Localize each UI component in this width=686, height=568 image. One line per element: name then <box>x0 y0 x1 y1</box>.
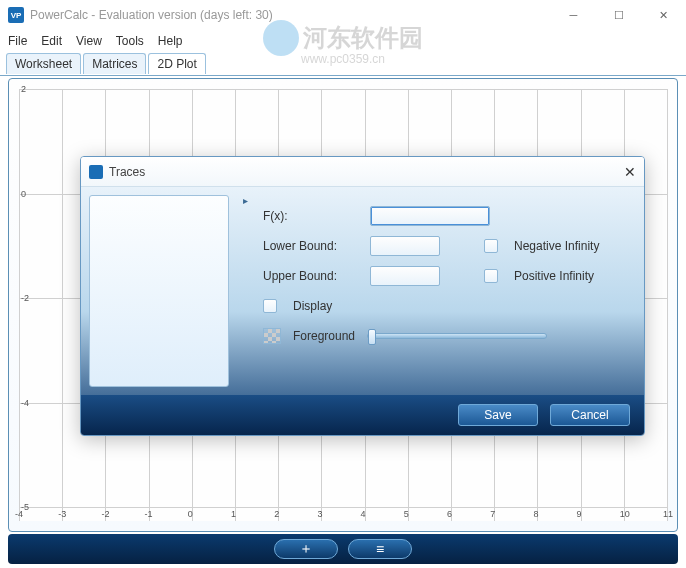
negative-infinity-checkbox[interactable] <box>484 239 498 253</box>
save-button[interactable]: Save <box>458 404 538 426</box>
dialog-form: F(x): Lower Bound: Negative Infinity Upp… <box>253 187 644 395</box>
y-tick-label: -5 <box>21 502 29 512</box>
fx-input[interactable] <box>370 206 490 226</box>
dialog-footer: Save Cancel <box>81 395 644 435</box>
menu-file[interactable]: File <box>8 34 27 48</box>
fx-label: F(x): <box>263 209 358 223</box>
cancel-button[interactable]: Cancel <box>550 404 630 426</box>
tab-2d-plot[interactable]: 2D Plot <box>148 53 205 74</box>
tab-worksheet[interactable]: Worksheet <box>6 53 81 74</box>
dialog-titlebar[interactable]: Traces ✕ <box>81 157 644 187</box>
foreground-color-swatch[interactable] <box>263 328 281 344</box>
slider-thumb[interactable] <box>368 329 376 345</box>
menu-view[interactable]: View <box>76 34 102 48</box>
display-checkbox[interactable] <box>263 299 277 313</box>
positive-infinity-checkbox[interactable] <box>484 269 498 283</box>
x-tick-label: -1 <box>145 509 153 519</box>
x-tick-label: 10 <box>620 509 630 519</box>
upper-bound-input[interactable] <box>370 266 440 286</box>
x-tick-label: 7 <box>490 509 495 519</box>
bottom-toolbar: ＋ ≡ <box>8 534 678 564</box>
menu-help[interactable]: Help <box>158 34 183 48</box>
x-tick-label: -2 <box>101 509 109 519</box>
collapse-toggle[interactable]: ▸ <box>237 187 253 395</box>
window-title: PowerCalc - Evaluation version (days lef… <box>30 8 273 22</box>
menu-tools[interactable]: Tools <box>116 34 144 48</box>
x-tick-label: 0 <box>188 509 193 519</box>
dialog-title-text: Traces <box>109 165 145 179</box>
plus-icon: ＋ <box>299 540 313 558</box>
foreground-label: Foreground <box>293 329 355 343</box>
x-tick-label: 9 <box>577 509 582 519</box>
y-tick-label: -2 <box>21 293 29 303</box>
lower-bound-label: Lower Bound: <box>263 239 358 253</box>
display-label: Display <box>293 299 332 313</box>
close-button[interactable]: ✕ <box>641 0 686 30</box>
upper-bound-label: Upper Bound: <box>263 269 358 283</box>
window-titlebar: VP PowerCalc - Evaluation version (days … <box>0 0 686 30</box>
x-tick-label: 6 <box>447 509 452 519</box>
app-icon: VP <box>8 7 24 23</box>
foreground-slider[interactable] <box>367 333 547 339</box>
dialog-body: ▸ F(x): Lower Bound: Negative Infinity U… <box>81 187 644 395</box>
x-tick-label: 1 <box>231 509 236 519</box>
y-tick-label: 0 <box>21 189 26 199</box>
x-tick-label: 2 <box>274 509 279 519</box>
add-button[interactable]: ＋ <box>274 539 338 559</box>
x-tick-label: 8 <box>533 509 538 519</box>
dialog-app-icon <box>89 165 103 179</box>
menu-edit[interactable]: Edit <box>41 34 62 48</box>
negative-infinity-label: Negative Infinity <box>514 239 599 253</box>
x-tick-label: -3 <box>58 509 66 519</box>
maximize-button[interactable]: ☐ <box>596 0 641 30</box>
traces-listbox[interactable] <box>89 195 229 387</box>
x-tick-label: 11 <box>663 509 673 519</box>
list-button[interactable]: ≡ <box>348 539 412 559</box>
minimize-button[interactable]: ─ <box>551 0 596 30</box>
x-tick-label: 4 <box>361 509 366 519</box>
menubar: File Edit View Tools Help <box>0 30 686 52</box>
positive-infinity-label: Positive Infinity <box>514 269 594 283</box>
lower-bound-input[interactable] <box>370 236 440 256</box>
y-tick-label: -4 <box>21 398 29 408</box>
list-icon: ≡ <box>376 541 384 557</box>
tab-matrices[interactable]: Matrices <box>83 53 146 74</box>
tabbar: Worksheet Matrices 2D Plot <box>0 52 686 76</box>
traces-dialog: Traces ✕ ▸ F(x): Lower Bound: Negative I… <box>80 156 645 436</box>
x-tick-label: 5 <box>404 509 409 519</box>
y-tick-label: 2 <box>21 84 26 94</box>
x-tick-label: 3 <box>317 509 322 519</box>
dialog-close-icon[interactable]: ✕ <box>624 164 636 180</box>
